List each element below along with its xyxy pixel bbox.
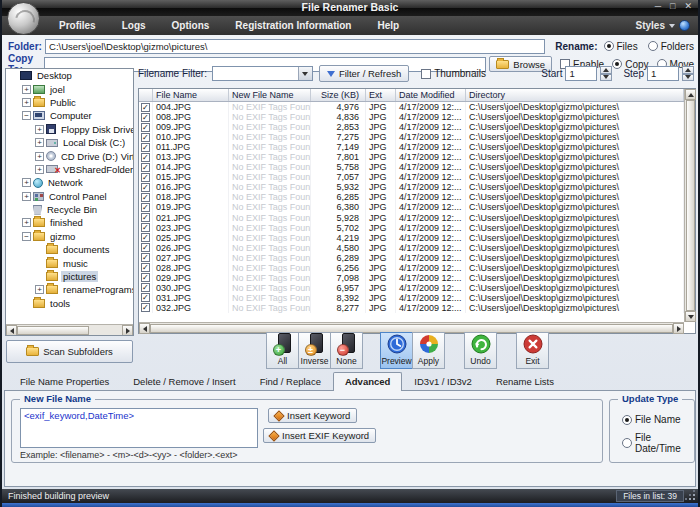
tab-id3v1-id3v2[interactable]: ID3v1 / ID3v2 (402, 372, 484, 390)
maximize-button[interactable]: □ (670, 1, 675, 11)
tree-item-music[interactable]: music (6, 256, 133, 269)
tree-item-local-disk-c[interactable]: +Local Disk (C:) (6, 136, 133, 149)
minimize-button[interactable]: ─ (655, 1, 661, 11)
row-checkbox[interactable] (141, 163, 150, 172)
tree-expander-icon[interactable]: − (22, 111, 31, 120)
new-file-name-pattern-input[interactable]: <exif_keyword,DateTime> (20, 408, 258, 448)
row-checkbox[interactable] (141, 213, 150, 222)
menu-item-registration-information[interactable]: Registration Information (222, 16, 364, 35)
tree-expander-icon[interactable]: + (35, 152, 44, 161)
table-row[interactable]: 013.JPGNo EXIF Tags Found7,801JPG4/17/20… (139, 152, 684, 162)
tree-expander-icon[interactable]: + (22, 218, 31, 227)
row-checkbox[interactable] (141, 173, 150, 182)
tab-file-name-properties[interactable]: File Name Properties (8, 372, 121, 390)
filename-filter-input[interactable] (213, 67, 298, 80)
table-row[interactable]: 031.JPGNo EXIF Tags Found8,392JPG4/17/20… (139, 293, 684, 303)
tree-item-finished[interactable]: +finished (6, 216, 133, 229)
styles-button[interactable]: Styles (636, 16, 690, 35)
start-input[interactable] (565, 66, 597, 81)
column-header-file-name[interactable]: File Name (153, 89, 229, 101)
column-header-date-modified[interactable]: Date Modified (396, 89, 466, 101)
column-header-checkbox[interactable] (139, 89, 153, 101)
undo-button[interactable]: Undo (464, 332, 497, 369)
tree-item-joel[interactable]: +joel (6, 82, 133, 95)
resize-grip[interactable] (686, 491, 696, 501)
tree-item-gizmo[interactable]: −gizmo (6, 230, 133, 243)
tree-item-vbsharedfolder-vboxsvr-z[interactable]: +VBSharedFolder (\\vboxsvr) (Z (6, 163, 133, 176)
menu-item-help[interactable]: Help (364, 16, 412, 35)
scroll-down-button[interactable] (685, 311, 696, 322)
column-header-size-kb[interactable]: Size (KB) (311, 89, 366, 101)
tree-item-computer[interactable]: −Computer (6, 109, 133, 122)
tree-expander-icon[interactable]: + (22, 85, 31, 94)
tree-item-cd-drive-d-virtualbox-guest[interactable]: +CD Drive (D:) VirtualBox Guest (6, 149, 133, 162)
column-header-ext[interactable]: Ext (366, 89, 396, 101)
tab-delete-remove-insert[interactable]: Delete / Remove / Insert (121, 372, 247, 390)
row-checkbox[interactable] (141, 243, 150, 252)
update-file-name-radio[interactable] (622, 415, 632, 425)
apply-button[interactable]: Apply (412, 332, 445, 369)
tree-item-documents[interactable]: documents (6, 243, 133, 256)
row-checkbox[interactable] (141, 283, 150, 292)
tree-expander-icon[interactable]: + (22, 178, 31, 187)
row-checkbox[interactable] (141, 223, 150, 232)
table-row[interactable]: 021.JPGNo EXIF Tags Found5,928JPG4/17/20… (139, 213, 684, 223)
folder-input[interactable] (45, 39, 545, 54)
thumbnails-checkbox[interactable] (421, 69, 431, 79)
table-row[interactable]: 028.JPGNo EXIF Tags Found6,256JPG4/17/20… (139, 263, 684, 273)
table-row[interactable]: 026.JPGNo EXIF Tags Found4,580JPG4/17/20… (139, 243, 684, 253)
scroll-right-button[interactable] (673, 323, 684, 334)
table-row[interactable]: 009.JPGNo EXIF Tags Found2,853JPG4/17/20… (139, 122, 684, 132)
all-button[interactable]: All (266, 332, 299, 369)
tree-expander-icon[interactable]: + (22, 192, 31, 201)
row-checkbox[interactable] (141, 273, 150, 282)
table-row[interactable]: 018.JPGNo EXIF Tags Found6,285JPG4/17/20… (139, 192, 684, 202)
column-header-new-file-name[interactable]: New File Name (229, 89, 311, 101)
tab-advanced[interactable]: Advanced (333, 372, 402, 391)
table-row[interactable]: 011.JPGNo EXIF Tags Found7,149JPG4/17/20… (139, 142, 684, 152)
close-button[interactable]: ✕ (684, 1, 692, 11)
scroll-right-button[interactable] (122, 325, 133, 336)
table-row[interactable]: 008.JPGNo EXIF Tags Found4,836JPG4/17/20… (139, 112, 684, 122)
update-file-datetime-radio[interactable] (622, 438, 632, 448)
tree-item-renameprograms[interactable]: +renamePrograms (6, 283, 133, 296)
tree-expander-icon[interactable]: + (35, 138, 44, 147)
table-row[interactable]: 030.JPGNo EXIF Tags Found6,957JPG4/17/20… (139, 283, 684, 293)
tree-item-network[interactable]: +Network (6, 176, 133, 189)
scroll-left-button[interactable] (6, 325, 17, 336)
menu-item-logs[interactable]: Logs (109, 16, 159, 35)
rename-folders-radio[interactable] (648, 41, 658, 51)
row-checkbox[interactable] (141, 263, 150, 272)
scroll-left-button[interactable] (139, 323, 150, 334)
combo-dropdown-button[interactable] (298, 67, 312, 80)
row-checkbox[interactable] (141, 293, 150, 302)
filter-refresh-button[interactable]: Filter / Refresh (319, 65, 409, 82)
step-input[interactable] (647, 66, 679, 81)
row-checkbox[interactable] (141, 303, 150, 312)
tree-expander-icon[interactable]: + (22, 98, 31, 107)
tree-item-recycle-bin[interactable]: Recycle Bin (6, 203, 133, 216)
rename-files-radio[interactable] (604, 41, 614, 51)
tree-item-tools[interactable]: tools (6, 297, 133, 310)
row-checkbox[interactable] (141, 103, 150, 112)
tree-expander-icon[interactable]: + (35, 285, 44, 294)
row-checkbox[interactable] (141, 153, 150, 162)
tree-item-desktop[interactable]: Desktop (6, 69, 133, 82)
scroll-up-button[interactable] (685, 89, 696, 100)
tree-item-floppy-disk-drive-a[interactable]: +Floppy Disk Drive (A:) (6, 123, 133, 136)
table-row[interactable]: 032.JPGNo EXIF Tags Found8,277JPG4/17/20… (139, 303, 684, 313)
table-row[interactable]: 023.JPGNo EXIF Tags Found5,702JPG4/17/20… (139, 223, 684, 233)
table-row[interactable]: 025.JPGNo EXIF Tags Found4,219JPG4/17/20… (139, 233, 684, 243)
tree-expander-icon[interactable]: + (35, 125, 44, 134)
row-checkbox[interactable] (141, 113, 150, 122)
tab-find-replace[interactable]: Find / Replace (248, 372, 333, 390)
row-checkbox[interactable] (141, 123, 150, 132)
row-checkbox[interactable] (141, 133, 150, 142)
table-row[interactable]: 029.JPGNo EXIF Tags Found7,098JPG4/17/20… (139, 273, 684, 283)
none-button[interactable]: None (330, 332, 363, 369)
table-row[interactable]: 004.JPGNo EXIF Tags Found4,976JPG4/17/20… (139, 102, 684, 112)
preview-button[interactable]: Preview (380, 332, 413, 369)
tab-rename-lists[interactable]: Rename Lists (484, 372, 566, 390)
tree-item-control-panel[interactable]: +Control Panel (6, 190, 133, 203)
menu-item-profiles[interactable]: Profiles (46, 16, 109, 35)
